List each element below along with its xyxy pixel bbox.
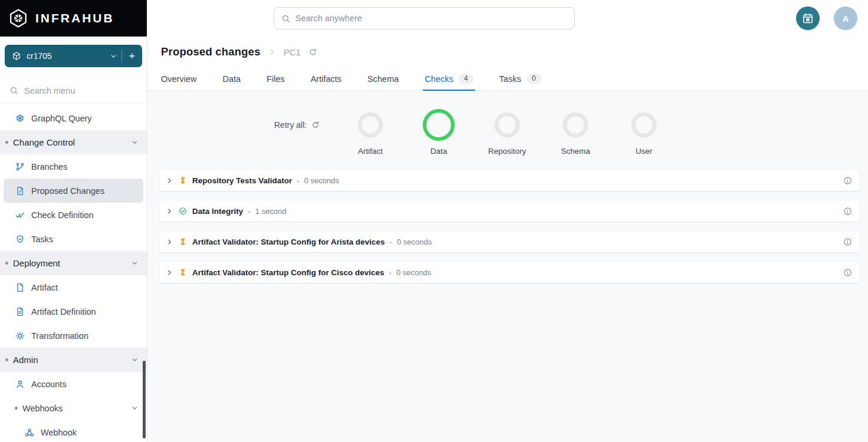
sidebar-item-accounts[interactable]: Accounts (4, 372, 143, 396)
sidebar-menu: GraphQL Query Change Control Branches Pr… (0, 104, 147, 442)
check-duration: 0 seconds (397, 238, 432, 246)
sidebar-item-label: Artifact (31, 283, 58, 292)
sidebar-item-tasks[interactable]: Tasks (4, 227, 143, 251)
group-bullet (15, 407, 18, 410)
tab-checks[interactable]: Checks 4 (425, 67, 473, 90)
chevron-right-icon[interactable] (166, 177, 173, 184)
schedule-button[interactable] (796, 6, 820, 30)
menu-search-input[interactable] (24, 86, 137, 95)
ring-label: Artifact (358, 147, 383, 156)
ring-label: Repository (488, 147, 527, 156)
check-row-repository-tests[interactable]: Repository Tests Validator - 0 seconds (159, 170, 860, 191)
create-branch-button[interactable] (122, 45, 142, 67)
chevron-right-icon[interactable] (166, 207, 173, 215)
ring-artifact[interactable]: Artifact (336, 108, 405, 156)
progress-ring-success-icon (422, 108, 455, 141)
person-icon (15, 380, 25, 389)
tab-label: Files (267, 74, 285, 84)
main-area: A Proposed changes PC1 Overview Data Fil… (147, 0, 868, 442)
webhook-icon (25, 428, 34, 437)
branch-selector[interactable]: cr1705 (5, 45, 142, 67)
sidebar-item-graphql-query[interactable]: GraphQL Query (4, 106, 143, 130)
ring-data[interactable]: Data (405, 108, 473, 156)
refresh-icon[interactable] (308, 48, 317, 57)
sidebar-scrollbar[interactable] (143, 361, 146, 438)
sidebar-item-proposed-changes[interactable]: Proposed Changes (4, 179, 143, 203)
tab-schema[interactable]: Schema (367, 67, 399, 90)
logo-bar: INFRAHUB (0, 0, 147, 37)
chevron-down-icon (131, 259, 139, 267)
ring-user[interactable]: User (610, 108, 678, 156)
global-search[interactable] (274, 7, 575, 29)
info-icon[interactable] (843, 238, 852, 246)
brand-name: INFRAHUB (35, 11, 114, 25)
sidebar-item-transformation[interactable]: Transformation (4, 324, 143, 348)
calendar-clock-icon (802, 12, 814, 24)
queued-status-icon (179, 268, 187, 276)
info-icon[interactable] (843, 268, 852, 277)
tab-label: Overview (161, 74, 196, 84)
info-icon[interactable] (843, 207, 852, 216)
document-icon (15, 283, 25, 292)
git-branch-icon (15, 162, 25, 171)
ring-label: User (636, 147, 653, 156)
tab-bar: Overview Data Files Artifacts Schema Che… (147, 67, 868, 91)
retry-all: Retry all: (274, 108, 336, 141)
check-row-artifact-arista[interactable]: Artifact Validator: Startup Config for A… (159, 231, 860, 252)
sidebar-group-deployment[interactable]: Deployment (0, 251, 147, 275)
avatar[interactable]: A (834, 6, 857, 30)
graphql-icon (15, 114, 25, 123)
chevron-down-icon (131, 404, 139, 412)
search-icon (281, 14, 290, 23)
app-window: INFRAHUB cr1705 GraphQL Query Change Con… (0, 0, 868, 442)
sidebar-item-label: Accounts (31, 380, 67, 389)
progress-ring-idle-icon (631, 112, 657, 138)
sidebar-item-branches[interactable]: Branches (4, 154, 143, 179)
sidebar-group-admin[interactable]: Admin (0, 348, 147, 372)
sidebar-item-webhook[interactable]: Webhook (4, 420, 143, 442)
tab-label: Schema (367, 74, 399, 84)
tab-label: Artifacts (311, 74, 341, 84)
branch-dropdown-button[interactable] (105, 45, 121, 67)
check-duration: 0 seconds (304, 176, 339, 185)
chevron-right-icon[interactable] (166, 269, 173, 276)
separator: - (390, 238, 392, 246)
avatar-initial: A (843, 14, 849, 24)
tab-data[interactable]: Data (222, 67, 241, 90)
chevron-right-icon[interactable] (166, 238, 173, 246)
tab-artifacts[interactable]: Artifacts (311, 67, 341, 90)
tab-label: Checks (425, 74, 453, 84)
check-list: Repository Tests Validator - 0 seconds D… (147, 156, 868, 283)
separator: - (297, 176, 299, 185)
menu-search[interactable] (0, 78, 147, 104)
progress-ring-idle-icon (357, 112, 383, 138)
double-check-icon (15, 210, 25, 220)
tab-badge: 0 (527, 73, 541, 84)
check-row-artifact-cisco[interactable]: Artifact Validator: Startup Config for C… (159, 262, 860, 283)
check-duration: 1 second (255, 207, 287, 216)
tab-tasks[interactable]: Tasks 0 (499, 67, 541, 90)
queued-status-icon (179, 238, 187, 246)
sidebar-item-artifact-definition[interactable]: Artifact Definition (4, 299, 143, 324)
sidebar-item-check-definition[interactable]: Check Definition (4, 203, 143, 227)
sidebar: INFRAHUB cr1705 GraphQL Query Change Con… (0, 0, 147, 442)
sidebar-item-artifact[interactable]: Artifact (4, 275, 143, 299)
sidebar-item-label: Proposed Changes (31, 186, 104, 196)
success-status-icon (179, 207, 187, 215)
tab-files[interactable]: Files (267, 67, 285, 90)
check-title: Repository Tests Validator (192, 176, 292, 185)
topbar: A (147, 0, 868, 37)
branch-cube-icon (12, 51, 21, 61)
page-title: Proposed changes (161, 45, 261, 58)
check-row-data-integrity[interactable]: Data Integrity - 1 second (159, 200, 860, 222)
retry-refresh-icon[interactable] (311, 121, 320, 129)
sidebar-group-change-control[interactable]: Change Control (0, 130, 147, 154)
tab-overview[interactable]: Overview (161, 67, 196, 90)
ring-schema[interactable]: Schema (541, 108, 610, 156)
sidebar-subgroup-webhooks[interactable]: Webhooks (0, 396, 147, 420)
ring-repository[interactable]: Repository (473, 108, 541, 156)
info-icon[interactable] (843, 176, 852, 185)
global-search-input[interactable] (295, 14, 567, 23)
sidebar-group-label: Webhooks (22, 404, 63, 413)
sidebar-item-label: Transformation (31, 331, 88, 341)
